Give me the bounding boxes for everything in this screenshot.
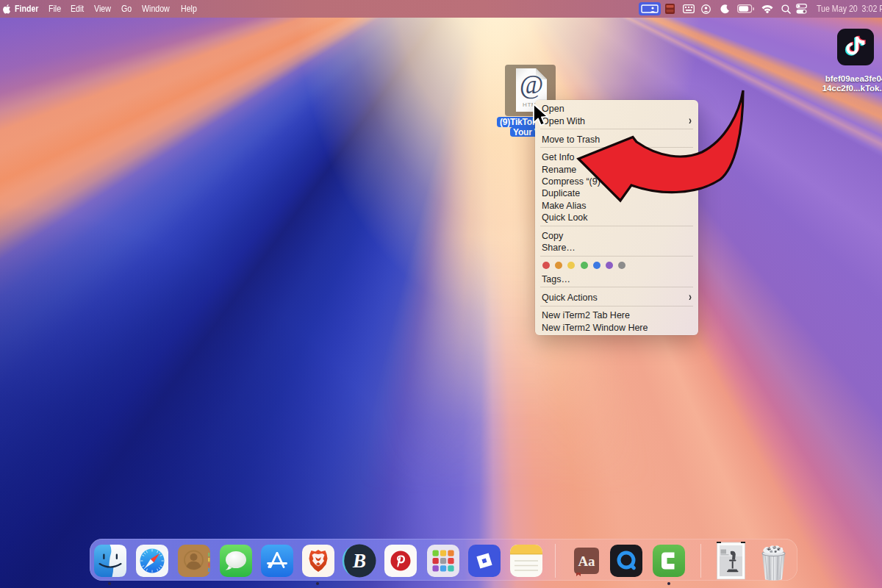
svg-text:Aa: Aa	[578, 553, 595, 569]
svg-text:B: B	[352, 550, 366, 572]
